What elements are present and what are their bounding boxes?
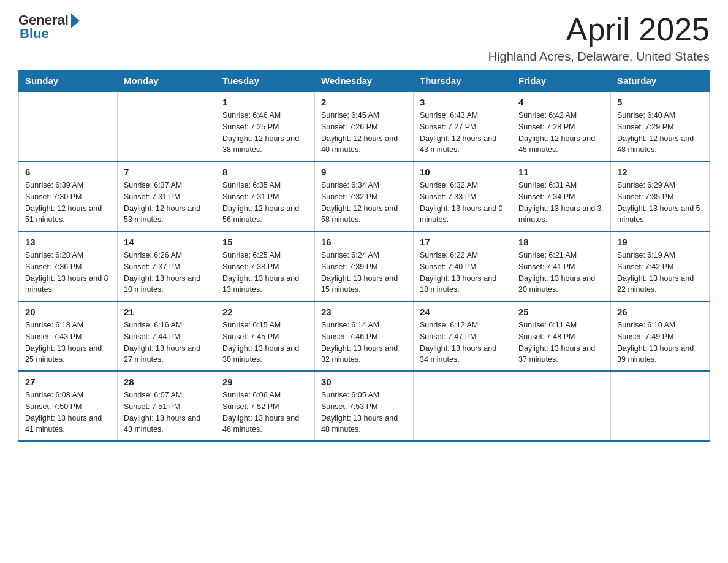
day-number: 17: [420, 237, 506, 247]
day-number: 15: [222, 237, 308, 247]
logo-blue-text: Blue: [20, 26, 49, 42]
day-info: Sunrise: 6:32 AM Sunset: 7:33 PM Dayligh…: [420, 180, 506, 226]
day-info: Sunrise: 6:21 AM Sunset: 7:41 PM Dayligh…: [518, 250, 604, 296]
day-info: Sunrise: 6:34 AM Sunset: 7:32 PM Dayligh…: [321, 180, 407, 226]
calendar-cell: 14Sunrise: 6:26 AM Sunset: 7:37 PM Dayli…: [118, 231, 216, 301]
day-info: Sunrise: 6:07 AM Sunset: 7:51 PM Dayligh…: [124, 389, 210, 435]
day-number: 27: [25, 377, 111, 387]
calendar-cell: 11Sunrise: 6:31 AM Sunset: 7:34 PM Dayli…: [512, 161, 611, 231]
day-info: Sunrise: 6:39 AM Sunset: 7:30 PM Dayligh…: [25, 180, 111, 226]
day-number: 30: [321, 377, 407, 387]
day-number: 24: [420, 307, 506, 317]
calendar-cell: 7Sunrise: 6:37 AM Sunset: 7:31 PM Daylig…: [118, 161, 216, 231]
day-info: Sunrise: 6:15 AM Sunset: 7:45 PM Dayligh…: [222, 320, 308, 366]
calendar-cell: 12Sunrise: 6:29 AM Sunset: 7:35 PM Dayli…: [611, 161, 710, 231]
day-info: Sunrise: 6:29 AM Sunset: 7:35 PM Dayligh…: [617, 180, 703, 226]
logo: General Blue: [18, 12, 80, 42]
calendar-header-row: SundayMondayTuesdayWednesdayThursdayFrid…: [19, 71, 710, 92]
day-info: Sunrise: 6:46 AM Sunset: 7:25 PM Dayligh…: [222, 110, 308, 156]
page-header: General Blue April 2025 Highland Acres, …: [18, 12, 710, 64]
day-number: 4: [518, 97, 604, 107]
day-number: 14: [124, 237, 210, 247]
day-number: 25: [518, 307, 604, 317]
day-number: 9: [321, 167, 407, 177]
day-number: 5: [617, 97, 703, 107]
day-info: Sunrise: 6:05 AM Sunset: 7:53 PM Dayligh…: [321, 389, 407, 435]
title-section: April 2025 Highland Acres, Delaware, Uni…: [488, 12, 710, 64]
calendar-cell: 21Sunrise: 6:16 AM Sunset: 7:44 PM Dayli…: [118, 301, 216, 371]
calendar-week-row: 6Sunrise: 6:39 AM Sunset: 7:30 PM Daylig…: [19, 161, 710, 231]
day-number: 18: [518, 237, 604, 247]
day-info: Sunrise: 6:37 AM Sunset: 7:31 PM Dayligh…: [124, 180, 210, 226]
calendar-cell: 26Sunrise: 6:10 AM Sunset: 7:49 PM Dayli…: [611, 301, 710, 371]
calendar-cell: 23Sunrise: 6:14 AM Sunset: 7:46 PM Dayli…: [315, 301, 414, 371]
calendar-cell: [512, 371, 611, 441]
calendar-cell: 27Sunrise: 6:08 AM Sunset: 7:50 PM Dayli…: [19, 371, 118, 441]
calendar-cell: 1Sunrise: 6:46 AM Sunset: 7:25 PM Daylig…: [216, 91, 315, 161]
day-number: 28: [124, 377, 210, 387]
day-info: Sunrise: 6:08 AM Sunset: 7:50 PM Dayligh…: [25, 389, 111, 435]
calendar-cell: 28Sunrise: 6:07 AM Sunset: 7:51 PM Dayli…: [118, 371, 216, 441]
day-number: 8: [222, 167, 308, 177]
calendar-cell: 16Sunrise: 6:24 AM Sunset: 7:39 PM Dayli…: [315, 231, 414, 301]
calendar-week-row: 20Sunrise: 6:18 AM Sunset: 7:43 PM Dayli…: [19, 301, 710, 371]
day-info: Sunrise: 6:35 AM Sunset: 7:31 PM Dayligh…: [222, 180, 308, 226]
calendar-cell: 25Sunrise: 6:11 AM Sunset: 7:48 PM Dayli…: [512, 301, 611, 371]
calendar-table: SundayMondayTuesdayWednesdayThursdayFrid…: [18, 70, 710, 442]
calendar-cell: 9Sunrise: 6:34 AM Sunset: 7:32 PM Daylig…: [315, 161, 414, 231]
calendar-cell: 24Sunrise: 6:12 AM Sunset: 7:47 PM Dayli…: [414, 301, 512, 371]
calendar-cell: [611, 371, 710, 441]
day-info: Sunrise: 6:25 AM Sunset: 7:38 PM Dayligh…: [222, 250, 308, 296]
day-info: Sunrise: 6:10 AM Sunset: 7:49 PM Dayligh…: [617, 320, 703, 366]
day-info: Sunrise: 6:28 AM Sunset: 7:36 PM Dayligh…: [25, 250, 111, 296]
day-number: 12: [617, 167, 703, 177]
day-number: 6: [25, 167, 111, 177]
calendar-cell: [118, 91, 216, 161]
calendar-header-sunday: Sunday: [19, 71, 118, 92]
day-number: 7: [124, 167, 210, 177]
calendar-cell: 10Sunrise: 6:32 AM Sunset: 7:33 PM Dayli…: [414, 161, 512, 231]
day-number: 3: [420, 97, 506, 107]
day-number: 16: [321, 237, 407, 247]
calendar-cell: 3Sunrise: 6:43 AM Sunset: 7:27 PM Daylig…: [414, 91, 512, 161]
day-info: Sunrise: 6:22 AM Sunset: 7:40 PM Dayligh…: [420, 250, 506, 296]
calendar-cell: 29Sunrise: 6:06 AM Sunset: 7:52 PM Dayli…: [216, 371, 315, 441]
day-info: Sunrise: 6:24 AM Sunset: 7:39 PM Dayligh…: [321, 250, 407, 296]
day-info: Sunrise: 6:18 AM Sunset: 7:43 PM Dayligh…: [25, 320, 111, 366]
logo-arrow-icon: [71, 13, 80, 28]
day-info: Sunrise: 6:26 AM Sunset: 7:37 PM Dayligh…: [124, 250, 210, 296]
calendar-cell: [19, 91, 118, 161]
calendar-header-thursday: Thursday: [414, 71, 512, 92]
calendar-cell: 30Sunrise: 6:05 AM Sunset: 7:53 PM Dayli…: [315, 371, 414, 441]
day-number: 13: [25, 237, 111, 247]
day-number: 21: [124, 307, 210, 317]
calendar-cell: 15Sunrise: 6:25 AM Sunset: 7:38 PM Dayli…: [216, 231, 315, 301]
calendar-week-row: 13Sunrise: 6:28 AM Sunset: 7:36 PM Dayli…: [19, 231, 710, 301]
calendar-cell: 2Sunrise: 6:45 AM Sunset: 7:26 PM Daylig…: [315, 91, 414, 161]
day-number: 10: [420, 167, 506, 177]
day-info: Sunrise: 6:40 AM Sunset: 7:29 PM Dayligh…: [617, 110, 703, 156]
calendar-header-friday: Friday: [512, 71, 611, 92]
calendar-header-monday: Monday: [118, 71, 216, 92]
day-number: 2: [321, 97, 407, 107]
calendar-header-wednesday: Wednesday: [315, 71, 414, 92]
day-info: Sunrise: 6:16 AM Sunset: 7:44 PM Dayligh…: [124, 320, 210, 366]
calendar-cell: 6Sunrise: 6:39 AM Sunset: 7:30 PM Daylig…: [19, 161, 118, 231]
day-info: Sunrise: 6:42 AM Sunset: 7:28 PM Dayligh…: [518, 110, 604, 156]
calendar-header-tuesday: Tuesday: [216, 71, 315, 92]
calendar-cell: 17Sunrise: 6:22 AM Sunset: 7:40 PM Dayli…: [414, 231, 512, 301]
day-info: Sunrise: 6:12 AM Sunset: 7:47 PM Dayligh…: [420, 320, 506, 366]
day-number: 26: [617, 307, 703, 317]
day-number: 23: [321, 307, 407, 317]
day-number: 19: [617, 237, 703, 247]
day-info: Sunrise: 6:11 AM Sunset: 7:48 PM Dayligh…: [518, 320, 604, 366]
calendar-week-row: 1Sunrise: 6:46 AM Sunset: 7:25 PM Daylig…: [19, 91, 710, 161]
day-number: 29: [222, 377, 308, 387]
calendar-week-row: 27Sunrise: 6:08 AM Sunset: 7:50 PM Dayli…: [19, 371, 710, 441]
calendar-cell: 13Sunrise: 6:28 AM Sunset: 7:36 PM Dayli…: [19, 231, 118, 301]
calendar-cell: 22Sunrise: 6:15 AM Sunset: 7:45 PM Dayli…: [216, 301, 315, 371]
calendar-cell: 8Sunrise: 6:35 AM Sunset: 7:31 PM Daylig…: [216, 161, 315, 231]
calendar-cell: 20Sunrise: 6:18 AM Sunset: 7:43 PM Dayli…: [19, 301, 118, 371]
day-number: 1: [222, 97, 308, 107]
day-info: Sunrise: 6:06 AM Sunset: 7:52 PM Dayligh…: [222, 389, 308, 435]
